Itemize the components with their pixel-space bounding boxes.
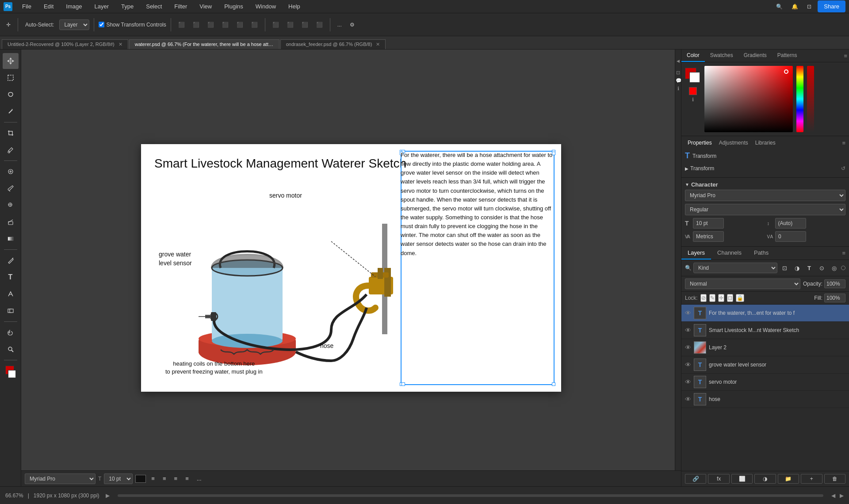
menu-filter[interactable]: Filter [172,2,190,11]
gradient-tool[interactable] [3,231,19,247]
align-top-btn[interactable]: ⬛ [219,20,231,30]
dimensions-arrow-btn[interactable]: ▶ [106,493,110,499]
color-info-btn[interactable]: ℹ [692,97,694,103]
tab-2[interactable]: ondrasek_feeder.psd @ 66.7% (RGB/8) ✕ [280,39,386,49]
warning-color-swatch[interactable] [689,87,697,95]
bg-color-swatch[interactable] [8,370,16,378]
filter-smart-btn[interactable]: ◎ [829,263,839,273]
prop-tab-adjustments[interactable]: Adjustments [716,139,751,147]
layer-item-servo[interactable]: 👁 T servo motor [681,374,849,391]
layer-item-text-main[interactable]: 👁 T For the waterer, th...ent for water … [681,305,849,322]
align-bottom-btn[interactable]: ⬛ [249,20,260,30]
menu-edit[interactable]: Edit [41,2,56,11]
filter-type-btn[interactable]: T [804,263,815,273]
zoom-tool[interactable] [3,341,19,357]
font-size-input[interactable] [693,218,724,229]
menu-layer[interactable]: Layer [92,2,112,11]
transform-header[interactable]: ▶ Transform ↺ [685,164,845,173]
move-tool[interactable] [3,53,19,69]
color-panel-menu[interactable]: ≡ [842,50,849,62]
move-tool-btn[interactable]: ✛ [4,20,13,30]
filter-adjust-btn[interactable]: ◑ [792,263,802,273]
distribute-top-btn[interactable]: ⬛ [314,20,325,30]
crop-tool[interactable] [3,125,19,141]
layer-visibility-icon-2[interactable]: 👁 [685,344,691,351]
font-family-toolbar-select[interactable]: Myriad Pro [25,473,96,484]
eraser-tool[interactable] [3,214,19,230]
show-transform-checkbox[interactable] [99,22,104,27]
gear-btn[interactable]: ⚙ [347,20,357,30]
blend-mode-select[interactable]: Normal Multiply Screen [685,279,800,289]
select-rect-tool[interactable] [3,70,19,86]
tab-2-close[interactable]: ✕ [376,42,380,47]
magic-wand-tool[interactable] [3,103,19,119]
color-alpha-bar[interactable] [807,66,814,132]
align-left-btn[interactable]: ⬛ [176,20,187,30]
add-group-btn[interactable]: 📁 [778,474,799,484]
align-right-btn[interactable]: ⬛ [205,20,217,30]
add-link-btn[interactable]: 🔗 [685,474,706,484]
bg-swatch[interactable] [689,72,700,83]
eyedropper-tool[interactable] [3,142,19,158]
font-style-select[interactable]: Regular Bold Italic [685,204,845,215]
layer-visibility-icon-1[interactable]: 👁 [685,327,691,334]
add-mask-btn[interactable]: ⬜ [731,474,753,484]
tab-1[interactable]: waterer.psd @ 66.7% (For the waterer, th… [129,39,279,49]
prop-tab-properties[interactable]: Properties [685,139,715,147]
delete-layer-btn[interactable]: 🗑 [824,474,845,484]
layer-visibility-icon-4[interactable]: 👁 [685,378,691,386]
add-fx-btn[interactable]: fx [708,474,729,484]
opacity-input[interactable] [824,279,845,288]
distribute-right-btn[interactable]: ⬛ [299,20,311,30]
shape-tool[interactable] [3,303,19,319]
layers-filter-select[interactable]: Kind [693,263,777,273]
align-center-btn[interactable]: ⬛ [190,20,202,30]
align-left-text-btn[interactable]: ≡ [149,474,157,483]
color-tab-gradients[interactable]: Gradients [738,50,772,62]
healing-tool[interactable] [3,164,19,179]
prop-tab-libraries[interactable]: Libraries [753,139,778,147]
menu-plugins[interactable]: Plugins [222,2,246,11]
fg-bg-color[interactable] [3,365,19,381]
filter-pixel-btn[interactable]: ⊡ [779,263,790,273]
path-select-tool[interactable] [3,286,19,302]
menu-window[interactable]: Window [253,2,279,11]
kerning-select[interactable] [693,231,724,242]
color-hue-bar[interactable] [796,66,803,132]
layer-item-title[interactable]: 👁 T Smart Livestock M...nt Waterer Sketc… [681,322,849,339]
color-spectrum[interactable] [704,66,793,132]
lasso-tool[interactable] [3,87,19,103]
layer-visibility-icon-3[interactable]: 👁 [685,361,691,368]
tab-0-close[interactable]: ✕ [119,42,122,47]
canvas-container[interactable]: Smart Livestock Management Waterer Sketc… [21,50,681,486]
lock-position-btn[interactable]: ✛ [718,294,724,302]
right-toolbar-icon-2[interactable]: 💬 [676,78,681,83]
auto-select-dropdown[interactable]: Layer Group [59,19,89,30]
hand-tool[interactable] [3,325,19,340]
text-more-btn[interactable]: ... [194,474,204,483]
filter-shape-btn[interactable]: ⊙ [816,263,827,273]
menu-help[interactable]: Help [286,2,303,11]
align-middle-btn[interactable]: ⬛ [234,20,246,30]
menu-image[interactable]: Image [63,2,84,11]
search-btn[interactable]: 🔍 [773,2,785,11]
lock-transparent-btn[interactable]: ⊘ [700,294,707,302]
share-button[interactable]: Share [818,0,845,12]
align-right-text-btn[interactable]: ≡ [172,474,180,483]
collapse-panel-btn[interactable]: ◀ [676,58,681,64]
scroll-left-btn[interactable]: ◀ [831,493,835,499]
menu-view[interactable]: View [197,2,214,11]
layers-tab-layers[interactable]: Layers [681,247,711,260]
menu-type[interactable]: Type [119,2,136,11]
line-height-input[interactable] [775,218,806,229]
text-color-swatch[interactable] [135,475,146,483]
layers-tab-channels[interactable]: Channels [711,247,748,260]
notifications-btn[interactable]: 🔔 [789,2,801,11]
transform-reset-btn[interactable]: ↺ [841,165,845,172]
right-toolbar-icon-3[interactable]: ℹ [676,86,681,91]
lock-image-btn[interactable]: ✎ [709,294,715,302]
align-justify-text-btn[interactable]: ≡ [183,474,191,483]
tracking-input[interactable] [775,231,806,242]
layer-item-hose[interactable]: 👁 T hose [681,391,849,408]
distribute-left-btn[interactable]: ⬛ [270,20,282,30]
